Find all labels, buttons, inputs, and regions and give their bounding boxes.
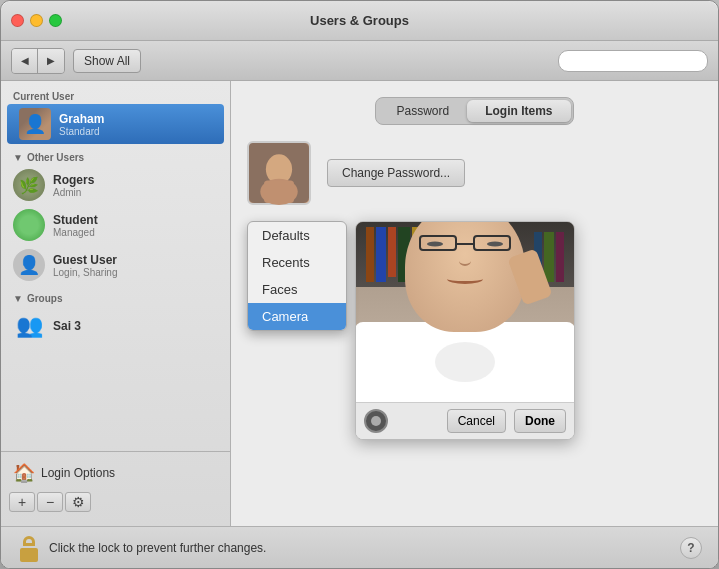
main-window: Users & Groups ◀ ▶ Show All Current User… bbox=[0, 0, 719, 569]
login-options-item[interactable]: 🏠 Login Options bbox=[9, 458, 222, 488]
window-title: Users & Groups bbox=[310, 13, 409, 28]
nav-buttons: ◀ ▶ bbox=[11, 48, 65, 74]
book2 bbox=[376, 227, 386, 282]
graham-type: Standard bbox=[59, 126, 104, 137]
rogers-item[interactable]: 🌿 Rogers Admin bbox=[1, 165, 230, 205]
gear-button[interactable]: ⚙ bbox=[65, 492, 91, 512]
group-icon: 👥 bbox=[13, 310, 45, 342]
user-profile-area: Change Password... bbox=[247, 141, 702, 205]
book7 bbox=[544, 232, 554, 282]
sidebar-actions: + − ⚙ bbox=[9, 492, 222, 512]
popup-area: Defaults Recents Faces Camera bbox=[247, 221, 702, 440]
bottom-bar: Click the lock to prevent further change… bbox=[1, 526, 718, 568]
lock-text: Click the lock to prevent further change… bbox=[49, 541, 266, 555]
login-options-label: Login Options bbox=[41, 466, 115, 480]
menu-faces[interactable]: Faces bbox=[248, 276, 346, 303]
groups-label: ▼ Groups bbox=[1, 291, 230, 306]
lock-area: Click the lock to prevent further change… bbox=[17, 534, 266, 562]
book1 bbox=[366, 227, 374, 282]
profile-svg bbox=[249, 141, 309, 205]
student-item[interactable]: Student Managed bbox=[1, 205, 230, 245]
sidebar-footer: 🏠 Login Options + − ⚙ bbox=[1, 451, 230, 518]
tab-bar: Password Login Items bbox=[375, 97, 573, 125]
camera-cancel-button[interactable]: Cancel bbox=[447, 409, 506, 433]
current-user-item[interactable]: 👤 Graham Standard bbox=[7, 104, 224, 144]
camera-photo-view bbox=[356, 222, 574, 402]
guest-item[interactable]: 👤 Guest User Login, Sharing bbox=[1, 245, 230, 285]
sai3-group-item[interactable]: 👥 Sai 3 bbox=[1, 306, 230, 346]
face-container bbox=[356, 222, 574, 402]
book3 bbox=[388, 227, 396, 277]
search-input[interactable] bbox=[558, 50, 708, 72]
profile-photo[interactable] bbox=[247, 141, 311, 205]
camera-panel: Cancel Done bbox=[355, 221, 575, 440]
minimize-button[interactable] bbox=[30, 14, 43, 27]
context-menu: Defaults Recents Faces Camera bbox=[247, 221, 347, 331]
current-user-label: Current User bbox=[1, 89, 230, 104]
lock-shackle bbox=[23, 536, 35, 546]
graham-name: Graham bbox=[59, 112, 104, 126]
svg-rect-3 bbox=[264, 181, 294, 204]
rogers-type: Admin bbox=[53, 187, 94, 198]
house-icon: 🏠 bbox=[13, 462, 35, 484]
change-password-button[interactable]: Change Password... bbox=[327, 159, 465, 187]
menu-defaults[interactable]: Defaults bbox=[248, 222, 346, 249]
show-all-button[interactable]: Show All bbox=[73, 49, 141, 73]
content-area: Current User 👤 Graham Standard ▼ Other U… bbox=[1, 81, 718, 526]
lock-body bbox=[20, 548, 38, 562]
graham-avatar: 👤 bbox=[19, 108, 51, 140]
person-face bbox=[405, 222, 525, 332]
titlebar: Users & Groups bbox=[1, 1, 718, 41]
camera-bottom-bar: Cancel Done bbox=[356, 402, 574, 439]
menu-camera[interactable]: Camera bbox=[248, 303, 346, 330]
sidebar: Current User 👤 Graham Standard ▼ Other U… bbox=[1, 81, 231, 526]
student-type: Managed bbox=[53, 227, 98, 238]
remove-user-button[interactable]: − bbox=[37, 492, 63, 512]
forward-button[interactable]: ▶ bbox=[38, 49, 64, 73]
menu-recents[interactable]: Recents bbox=[248, 249, 346, 276]
student-name: Student bbox=[53, 213, 98, 227]
help-button[interactable]: ? bbox=[680, 537, 702, 559]
rogers-name: Rogers bbox=[53, 173, 94, 187]
close-button[interactable] bbox=[11, 14, 24, 27]
toolbar: ◀ ▶ Show All bbox=[1, 41, 718, 81]
guest-name: Guest User bbox=[53, 253, 118, 267]
main-panel: Password Login Items Change Password... bbox=[231, 81, 718, 526]
camera-done-button[interactable]: Done bbox=[514, 409, 566, 433]
add-user-button[interactable]: + bbox=[9, 492, 35, 512]
person-shirt bbox=[356, 322, 574, 402]
sai3-name: Sai 3 bbox=[53, 319, 81, 333]
back-button[interactable]: ◀ bbox=[12, 49, 38, 73]
tab-password[interactable]: Password bbox=[378, 100, 467, 122]
rogers-avatar: 🌿 bbox=[13, 169, 45, 201]
guest-type: Login, Sharing bbox=[53, 267, 118, 278]
book6 bbox=[556, 232, 564, 282]
student-avatar bbox=[13, 209, 45, 241]
lock-icon[interactable] bbox=[17, 534, 41, 562]
maximize-button[interactable] bbox=[49, 14, 62, 27]
other-users-label: ▼ Other Users bbox=[1, 150, 230, 165]
guest-avatar: 👤 bbox=[13, 249, 45, 281]
traffic-lights bbox=[11, 14, 62, 27]
tab-login-items[interactable]: Login Items bbox=[467, 100, 570, 122]
camera-shutter-button[interactable] bbox=[364, 409, 388, 433]
